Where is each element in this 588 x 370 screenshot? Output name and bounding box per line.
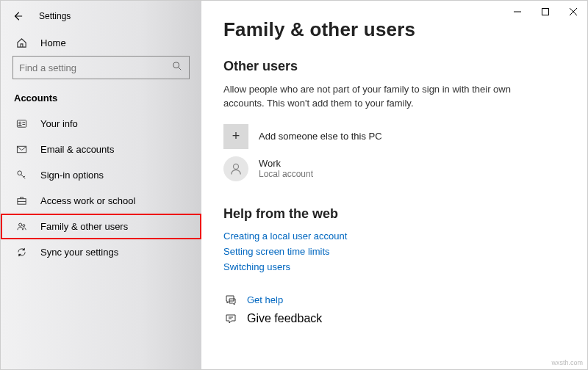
sidebar-item-family-users[interactable]: Family & other users <box>1 214 201 239</box>
get-help-link[interactable]: Get help <box>223 294 565 306</box>
plus-icon: + <box>223 124 248 149</box>
svg-rect-3 <box>17 146 26 152</box>
svg-rect-8 <box>542 9 549 15</box>
svg-point-7 <box>22 225 24 227</box>
help-heading: Help from the web <box>223 206 565 222</box>
briefcase-icon <box>15 195 27 206</box>
window-title: Settings <box>39 11 71 21</box>
sidebar-item-label: Sync your settings <box>40 247 118 258</box>
person-card-icon <box>15 118 27 129</box>
give-feedback-label: Give feedback <box>247 312 322 325</box>
maximize-button[interactable] <box>531 1 559 23</box>
help-link-create-local-user[interactable]: Creating a local user account <box>223 231 565 242</box>
sidebar-nav: Your info Email & accounts Sign-in optio… <box>1 111 201 265</box>
help-link-screen-time[interactable]: Setting screen time limits <box>223 246 565 257</box>
sidebar-item-access-work[interactable]: Access work or school <box>1 188 201 214</box>
sidebar-item-label: Email & accounts <box>40 144 114 155</box>
sidebar-item-signin-options[interactable]: Sign-in options <box>1 162 201 188</box>
home-button[interactable]: Home <box>1 32 201 56</box>
sidebar-item-label: Access work or school <box>40 195 135 206</box>
close-icon <box>570 8 577 15</box>
svg-point-6 <box>18 223 21 226</box>
back-button[interactable] <box>10 8 26 24</box>
account-name: Work <box>259 158 313 169</box>
sidebar-item-sync-settings[interactable]: Sync your settings <box>1 239 201 265</box>
add-user-button[interactable]: + Add someone else to this PC <box>223 124 565 149</box>
sidebar-header: Settings <box>1 1 201 32</box>
svg-point-9 <box>234 164 239 169</box>
search-input[interactable] <box>12 56 190 79</box>
sidebar-item-label: Family & other users <box>40 221 128 232</box>
account-item-work[interactable]: Work Local account <box>223 156 565 181</box>
main-content: Family & other users Other users Allow p… <box>201 1 587 369</box>
maximize-icon <box>542 8 549 15</box>
feedback-icon <box>223 313 238 324</box>
sidebar: Settings Home Accounts Your info Email &… <box>1 1 201 369</box>
give-feedback-link[interactable]: Give feedback <box>223 312 565 325</box>
chat-help-icon <box>223 294 238 306</box>
svg-rect-1 <box>17 120 26 127</box>
avatar-icon <box>223 156 248 181</box>
minimize-button[interactable] <box>503 1 531 23</box>
home-icon <box>15 37 27 48</box>
minimize-icon <box>514 8 521 15</box>
get-help-label: Get help <box>247 294 283 305</box>
sidebar-section-title: Accounts <box>1 88 201 111</box>
sync-icon <box>15 247 27 258</box>
watermark: wxsth.com <box>551 359 583 366</box>
window-controls <box>503 1 587 23</box>
svg-point-2 <box>18 122 21 124</box>
add-user-label: Add someone else to this PC <box>259 131 382 142</box>
home-label: Home <box>40 37 66 48</box>
arrow-left-icon <box>12 11 23 21</box>
people-icon <box>15 221 27 232</box>
other-users-description: Allow people who are not part of your fa… <box>223 83 517 111</box>
sidebar-item-your-info[interactable]: Your info <box>1 111 201 137</box>
help-link-switching-users[interactable]: Switching users <box>223 261 565 272</box>
sidebar-item-email-accounts[interactable]: Email & accounts <box>1 137 201 162</box>
sidebar-item-label: Sign-in options <box>40 170 104 181</box>
close-button[interactable] <box>559 1 587 23</box>
other-users-heading: Other users <box>223 59 565 74</box>
account-type: Local account <box>259 169 313 179</box>
search-container <box>1 56 201 88</box>
key-icon <box>15 170 27 181</box>
sidebar-item-label: Your info <box>40 118 78 129</box>
mail-icon <box>15 144 27 155</box>
